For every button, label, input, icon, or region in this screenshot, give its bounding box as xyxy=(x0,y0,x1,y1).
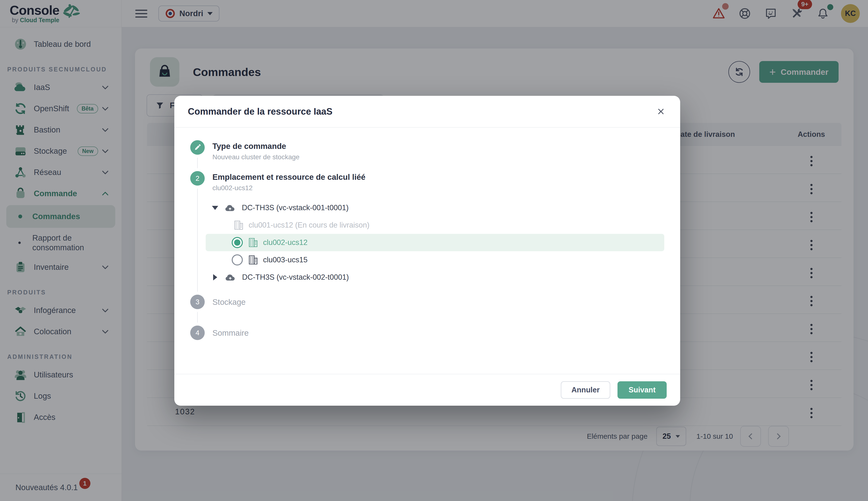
next-button[interactable]: Suivant xyxy=(617,381,667,399)
step3-circle: 3 xyxy=(190,295,205,309)
tree-node-label: DC-TH3S (vc-vstack-002-t0001) xyxy=(242,273,349,281)
step2-value: clu002-ucs12 xyxy=(212,184,664,192)
tree-node-label: clu003-ucs15 xyxy=(263,256,307,264)
modal-body: Type de commande Nouveau cluster de stoc… xyxy=(174,128,680,374)
step-emplacement: 2 Emplacement et ressource de calcul lié… xyxy=(190,171,664,295)
step1-title: Type de commande xyxy=(212,140,664,151)
modal-header: Commander de la ressource IaaS xyxy=(174,96,680,128)
step1-circle xyxy=(190,140,205,155)
close-button[interactable] xyxy=(655,106,667,117)
step-sommaire: 4 Sommaire xyxy=(190,326,664,345)
close-icon xyxy=(656,107,666,116)
tree-node-cluster3[interactable]: clu003-ucs15 xyxy=(206,251,664,269)
step4-title: Sommaire xyxy=(212,326,664,338)
step1-value: Nouveau cluster de stockage xyxy=(212,153,664,161)
step-connector xyxy=(197,312,198,323)
step-type-de-commande: Type de commande Nouveau cluster de stoc… xyxy=(190,140,664,171)
tree-node-label: clu001-ucs12 (En cours de livraison) xyxy=(249,221,370,230)
step-connector xyxy=(197,189,198,292)
radio-selected[interactable] xyxy=(232,237,243,248)
building-icon xyxy=(248,237,258,248)
pencil-icon xyxy=(194,144,201,151)
caret-expanded-icon xyxy=(212,206,218,210)
tree-node-label: clu002-ucs12 xyxy=(263,238,307,247)
cloud-dc-icon xyxy=(225,272,236,283)
tree-node-dc1[interactable]: DC-TH3S (vc-vstack-001-t0001) xyxy=(206,199,664,216)
order-iaas-modal: Commander de la ressource IaaS Type de c… xyxy=(174,96,680,406)
step3-title: Stockage xyxy=(212,295,664,307)
modal-footer: Annuler Suivant xyxy=(174,374,680,406)
cloud-dc-icon xyxy=(224,202,235,213)
step2-title: Emplacement et ressource de calcul liéé xyxy=(212,171,664,182)
tree-node-cluster2[interactable]: clu002-ucs12 xyxy=(206,234,664,251)
step4-circle: 4 xyxy=(190,326,205,340)
modal-title: Commander de la ressource IaaS xyxy=(188,106,655,117)
step-stockage: 3 Stockage xyxy=(190,295,664,326)
step2-circle: 2 xyxy=(190,171,205,185)
tree-node-dc2[interactable]: DC-TH3S (vc-vstack-002-t0001) xyxy=(206,269,664,286)
datacenter-tree: DC-TH3S (vc-vstack-001-t0001) clu001-ucs… xyxy=(206,199,664,286)
cancel-button[interactable]: Annuler xyxy=(561,381,610,399)
step-connector xyxy=(197,158,198,168)
app-screen: Console by Cloud Temple Tableau de bord … xyxy=(0,0,868,501)
caret-collapsed-icon xyxy=(213,274,217,280)
tree-node-cluster1: clu001-ucs12 (En cours de livraison) xyxy=(206,216,664,234)
tree-node-label: DC-TH3S (vc-vstack-001-t0001) xyxy=(242,203,349,212)
building-icon xyxy=(233,220,244,231)
radio-unselected[interactable] xyxy=(232,254,243,265)
building-icon xyxy=(248,255,258,265)
